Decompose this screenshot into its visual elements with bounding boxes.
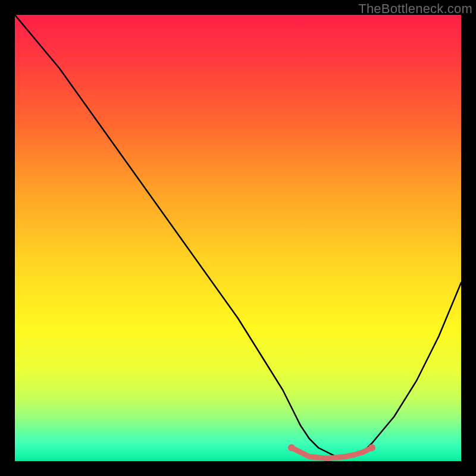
chart-stage: TheBottleneck.com	[0, 0, 476, 476]
gradient-background	[15, 15, 461, 461]
plot-area	[15, 15, 461, 461]
